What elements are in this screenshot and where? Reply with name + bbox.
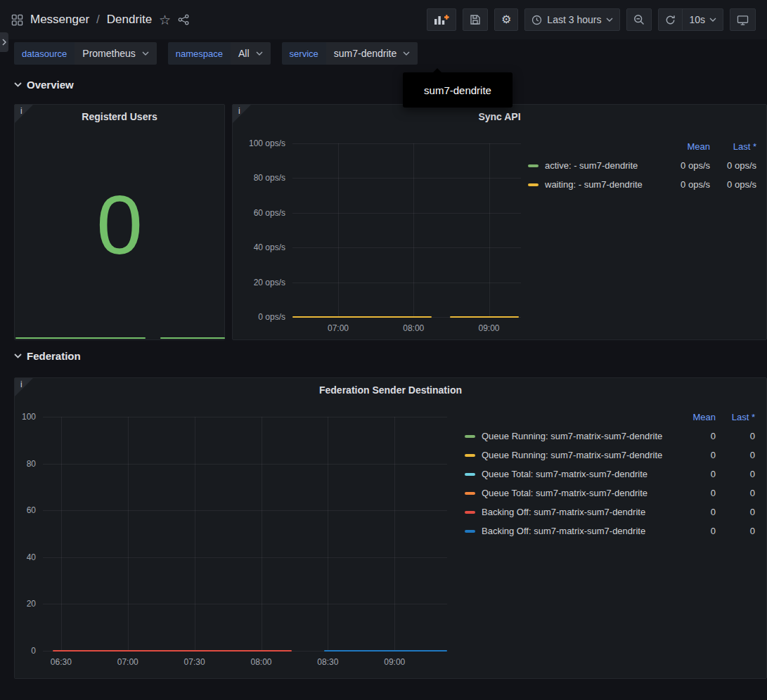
gridline-v: [328, 417, 328, 651]
x-axis-label: 09:00: [478, 323, 499, 333]
chevron-down-icon: [709, 18, 716, 22]
series-line-waiting: [450, 316, 519, 318]
variable-label: datasource: [14, 42, 75, 65]
legend-item[interactable]: Queue Running: sum7-matrix-sum7-dendrite…: [465, 446, 755, 465]
refresh-picker: 10s: [658, 8, 723, 31]
service-dropdown[interactable]: sum7-dendrite: [326, 42, 418, 65]
add-panel-icon: [434, 14, 449, 25]
sidebar-toggle[interactable]: [0, 32, 8, 52]
add-panel-button[interactable]: [427, 8, 456, 31]
datasource-dropdown[interactable]: Prometheus: [75, 42, 156, 65]
panel-sync-api: i Sync API 100 ops/s 80 ops/s 60 ops/s 4…: [232, 104, 767, 340]
legend-header: Mean Last *: [465, 408, 755, 427]
y-axis-label: 20 ops/s: [254, 278, 285, 287]
refresh-button[interactable]: [659, 9, 682, 30]
series-name[interactable]: Queue Running: sum7-matrix-sum7-dendrite: [482, 431, 673, 441]
chevron-down-icon: [14, 82, 22, 87]
series-name[interactable]: Backing Off: sum7-matrix-sum7-dendrite: [482, 507, 673, 517]
share-icon[interactable]: [178, 14, 190, 25]
gridline-h: [292, 143, 521, 144]
zoom-out-time-button[interactable]: [626, 8, 652, 31]
series-name[interactable]: Queue Total: sum7-matrix-sum7-dendrite: [482, 488, 673, 498]
panel-title[interactable]: Registerd Users: [15, 111, 224, 122]
chevron-down-icon: [142, 51, 149, 56]
gridline-v: [195, 417, 195, 651]
gridline-h: [292, 213, 521, 214]
gridline-h: [292, 283, 521, 283]
series-mean: 0: [673, 450, 716, 460]
star-icon[interactable]: ☆: [159, 13, 171, 27]
legend-header: Mean Last *: [528, 137, 756, 156]
sparkline-segment: [15, 337, 146, 339]
series-line-waiting: [292, 316, 432, 318]
legend-item[interactable]: Backing Off: sum7-matrix-sum7-dendrite 0…: [465, 503, 755, 521]
dashboard-settings-button[interactable]: ⚙: [494, 8, 518, 31]
tooltip-text: sum7-dendrite: [424, 84, 491, 96]
legend-item[interactable]: Queue Total: sum7-matrix-sum7-dendrite 0…: [465, 465, 755, 484]
variable-value: sum7-dendrite: [334, 48, 397, 59]
gridline-v: [61, 417, 62, 651]
x-axis-label: 08:00: [250, 657, 271, 667]
series-swatch-icon: [528, 164, 539, 167]
variable-value-tooltip: sum7-dendrite: [403, 72, 513, 108]
legend-col-last[interactable]: Last *: [716, 412, 755, 422]
refresh-interval-dropdown[interactable]: 10s: [683, 9, 723, 30]
sync-api-legend: Mean Last * active: - sum7-dendrite 0 op…: [528, 137, 756, 194]
series-name[interactable]: active: - sum7-dendrite: [545, 160, 654, 171]
x-axis-label: 07:00: [328, 323, 349, 333]
gridline-v: [262, 417, 262, 651]
series-name[interactable]: Queue Running: sum7-matrix-sum7-dendrite: [482, 450, 673, 460]
legend-item[interactable]: waiting: - sum7-dendrite 0 ops/s 0 ops/s: [528, 175, 756, 194]
series-swatch-icon: [465, 492, 475, 495]
legend-item[interactable]: Queue Total: sum7-matrix-sum7-dendrite 0…: [465, 484, 755, 503]
series-last: 0: [716, 450, 755, 460]
panel-title[interactable]: Federation Sender Destination: [15, 384, 766, 396]
cycle-view-mode-button[interactable]: [730, 8, 756, 31]
row-title: Federation: [27, 350, 81, 362]
breadcrumb: Messenger / Dendrite ☆: [11, 13, 190, 27]
legend-col-mean[interactable]: Mean: [673, 412, 716, 422]
legend-item[interactable]: active: - sum7-dendrite 0 ops/s 0 ops/s: [528, 156, 756, 175]
grafana-dashboard: Messenger / Dendrite ☆ ⚙: [0, 0, 767, 700]
series-name[interactable]: Queue Total: sum7-matrix-sum7-dendrite: [482, 469, 673, 479]
legend-item[interactable]: Queue Running: sum7-matrix-sum7-dendrite…: [465, 427, 755, 446]
gridline-h: [43, 557, 447, 558]
y-axis-label: 40 ops/s: [254, 242, 285, 252]
legend-col-mean[interactable]: Mean: [654, 141, 710, 152]
gridline-h: [43, 417, 447, 417]
y-axis-label: 80: [27, 459, 36, 469]
sync-api-plot-area: 100 ops/s 80 ops/s 60 ops/s 40 ops/s 20 …: [292, 143, 521, 317]
y-axis-label: 40: [27, 552, 36, 562]
save-icon: [470, 14, 481, 25]
legend-item[interactable]: Backing Off: sum7-matrix-sum7-dendrite 0…: [465, 521, 755, 540]
variable-value: Prometheus: [82, 48, 135, 59]
legend-col-last[interactable]: Last *: [710, 141, 756, 152]
row-federation[interactable]: Federation: [14, 350, 81, 362]
sparkline-segment: [160, 337, 225, 339]
breadcrumb-dashboard[interactable]: Dendrite: [107, 13, 152, 27]
variable-value: All: [238, 48, 250, 59]
save-dashboard-button[interactable]: [463, 8, 488, 31]
y-axis-label: 60 ops/s: [254, 208, 285, 218]
variable-label: service: [282, 42, 326, 65]
gridline-v: [489, 143, 490, 317]
refresh-icon: [665, 15, 676, 25]
series-mean: 0: [673, 431, 716, 441]
top-navbar: Messenger / Dendrite ☆ ⚙: [0, 0, 767, 39]
series-name[interactable]: Backing Off: sum7-matrix-sum7-dendrite: [482, 526, 673, 536]
panel-title[interactable]: Sync API: [233, 111, 766, 122]
series-last: 0: [716, 431, 755, 441]
clock-icon: [531, 15, 542, 25]
row-overview[interactable]: Overview: [14, 79, 74, 91]
series-last: 0 ops/s: [710, 179, 756, 190]
variable-label: namespace: [168, 42, 231, 65]
panel-registered-users: i Registerd Users 0: [14, 104, 225, 340]
series-mean: 0: [673, 526, 716, 536]
monitor-icon: [737, 15, 749, 25]
breadcrumb-folder[interactable]: Messenger: [30, 13, 89, 27]
series-name[interactable]: waiting: - sum7-dendrite: [545, 179, 654, 190]
namespace-dropdown[interactable]: All: [231, 42, 271, 65]
dashboards-grid-icon[interactable]: [11, 14, 23, 26]
stat-value: 0: [15, 183, 224, 266]
time-range-picker[interactable]: Last 3 hours: [524, 8, 620, 31]
